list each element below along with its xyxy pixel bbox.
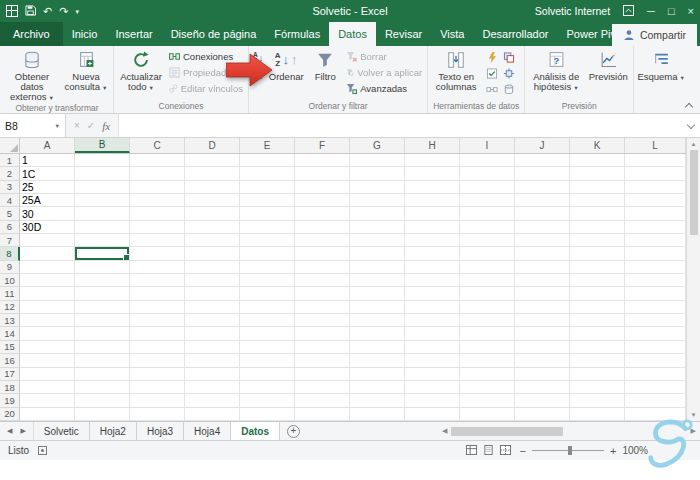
- cell-F2[interactable]: [295, 167, 350, 180]
- collapse-ribbon-button[interactable]: [686, 101, 694, 109]
- cell-K1[interactable]: [570, 154, 625, 167]
- close-button[interactable]: ×: [688, 6, 694, 17]
- column-header-k[interactable]: K: [570, 138, 625, 153]
- row-header-13[interactable]: 13: [0, 314, 20, 327]
- sheet-nav-right-icon[interactable]: ▶: [20, 427, 25, 435]
- macro-record-icon[interactable]: [38, 446, 47, 455]
- cell-H17[interactable]: [405, 368, 460, 381]
- cell-D2[interactable]: [185, 167, 240, 180]
- cell-L16[interactable]: [625, 354, 686, 367]
- cell-C20[interactable]: [130, 408, 185, 421]
- cell-L5[interactable]: [625, 207, 686, 220]
- cell-K19[interactable]: [570, 394, 625, 407]
- cell-K5[interactable]: [570, 207, 625, 220]
- cell-F10[interactable]: [295, 274, 350, 287]
- cell-I2[interactable]: [460, 167, 515, 180]
- cell-G2[interactable]: [350, 167, 405, 180]
- column-header-d[interactable]: D: [185, 138, 240, 153]
- maximize-button[interactable]: □: [668, 6, 675, 17]
- cell-J10[interactable]: [515, 274, 570, 287]
- formula-input[interactable]: [119, 114, 700, 137]
- cell-I9[interactable]: [460, 261, 515, 274]
- tab-diseno-de-pagina[interactable]: Diseño de página: [162, 22, 266, 46]
- cell-I14[interactable]: [460, 327, 515, 340]
- cell-L3[interactable]: [625, 181, 686, 194]
- cell-F19[interactable]: [295, 394, 350, 407]
- cell-A18[interactable]: [20, 381, 75, 394]
- row-header-10[interactable]: 10: [0, 274, 20, 287]
- cell-L12[interactable]: [625, 301, 686, 314]
- cell-A9[interactable]: [20, 261, 75, 274]
- cell-G1[interactable]: [350, 154, 405, 167]
- cell-I13[interactable]: [460, 314, 515, 327]
- cell-E11[interactable]: [240, 287, 295, 300]
- cell-K2[interactable]: [570, 167, 625, 180]
- cell-B15[interactable]: [75, 341, 130, 354]
- cell-G18[interactable]: [350, 381, 405, 394]
- new-query-button[interactable]: Nueva consulta▼: [61, 46, 111, 103]
- cell-A7[interactable]: [20, 234, 75, 247]
- cell-H19[interactable]: [405, 394, 460, 407]
- cell-H15[interactable]: [405, 341, 460, 354]
- cell-K18[interactable]: [570, 381, 625, 394]
- cell-B7[interactable]: [75, 234, 130, 247]
- cell-A17[interactable]: [20, 368, 75, 381]
- cell-C15[interactable]: [130, 341, 185, 354]
- cell-G20[interactable]: [350, 408, 405, 421]
- column-header-f[interactable]: F: [295, 138, 350, 153]
- cell-L14[interactable]: [625, 327, 686, 340]
- cell-K13[interactable]: [570, 314, 625, 327]
- cell-I15[interactable]: [460, 341, 515, 354]
- data-validation-button[interactable]: [484, 66, 500, 81]
- cell-J2[interactable]: [515, 167, 570, 180]
- row-header-17[interactable]: 17: [0, 368, 20, 381]
- cell-L18[interactable]: [625, 381, 686, 394]
- cell-F3[interactable]: [295, 181, 350, 194]
- tab-vista[interactable]: Vista: [431, 22, 473, 46]
- cell-B10[interactable]: [75, 274, 130, 287]
- cell-F6[interactable]: [295, 221, 350, 234]
- select-all-corner[interactable]: [0, 138, 20, 153]
- cell-E6[interactable]: [240, 221, 295, 234]
- cell-E15[interactable]: [240, 341, 295, 354]
- cell-H18[interactable]: [405, 381, 460, 394]
- cell-E3[interactable]: [240, 181, 295, 194]
- cell-E2[interactable]: [240, 167, 295, 180]
- cell-C5[interactable]: [130, 207, 185, 220]
- column-header-j[interactable]: J: [515, 138, 570, 153]
- cell-F7[interactable]: [295, 234, 350, 247]
- cell-D14[interactable]: [185, 327, 240, 340]
- cell-K12[interactable]: [570, 301, 625, 314]
- cell-D20[interactable]: [185, 408, 240, 421]
- cell-C4[interactable]: [130, 194, 185, 207]
- cell-K10[interactable]: [570, 274, 625, 287]
- cell-H20[interactable]: [405, 408, 460, 421]
- cell-G3[interactable]: [350, 181, 405, 194]
- cell-J14[interactable]: [515, 327, 570, 340]
- undo-button[interactable]: ↶: [43, 6, 52, 17]
- cell-E14[interactable]: [240, 327, 295, 340]
- cell-F14[interactable]: [295, 327, 350, 340]
- row-header-15[interactable]: 15: [0, 341, 20, 354]
- cell-I16[interactable]: [460, 354, 515, 367]
- cell-C3[interactable]: [130, 181, 185, 194]
- cell-J6[interactable]: [515, 221, 570, 234]
- page-layout-view-button[interactable]: [483, 445, 494, 457]
- row-header-12[interactable]: 12: [0, 301, 20, 314]
- cell-A14[interactable]: [20, 327, 75, 340]
- cell-G5[interactable]: [350, 207, 405, 220]
- share-button[interactable]: Compartir: [612, 24, 697, 46]
- cell-G12[interactable]: [350, 301, 405, 314]
- redo-button[interactable]: ↷: [59, 6, 68, 17]
- cell-F15[interactable]: [295, 341, 350, 354]
- cell-L6[interactable]: [625, 221, 686, 234]
- cell-D3[interactable]: [185, 181, 240, 194]
- cell-A10[interactable]: [20, 274, 75, 287]
- tab-archivo[interactable]: Archivo: [0, 22, 63, 46]
- cell-E7[interactable]: [240, 234, 295, 247]
- cell-E17[interactable]: [240, 368, 295, 381]
- cell-J16[interactable]: [515, 354, 570, 367]
- cell-L2[interactable]: [625, 167, 686, 180]
- cell-A8[interactable]: [20, 247, 75, 260]
- cell-C13[interactable]: [130, 314, 185, 327]
